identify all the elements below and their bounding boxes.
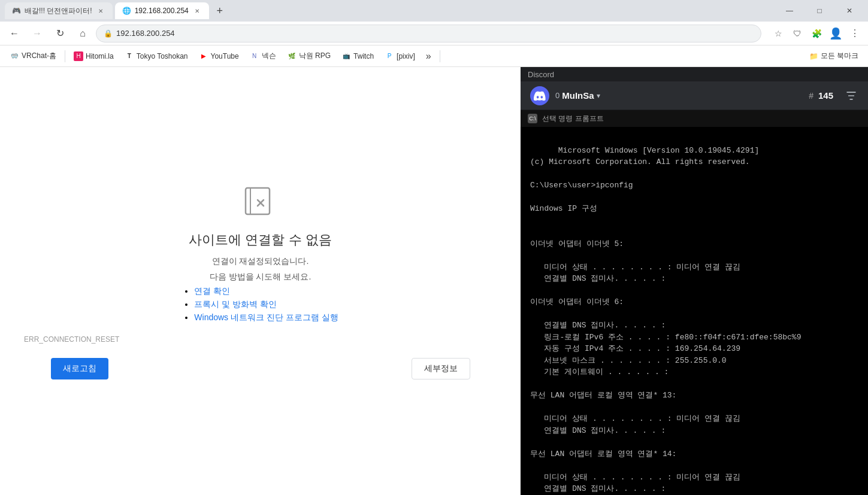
tab-1-close[interactable]: ✕ bbox=[96, 6, 105, 16]
discord-panel: Discord 0 MuInSa ▾ # 145 bbox=[521, 67, 868, 495]
lock-icon: 🔒 bbox=[104, 29, 113, 38]
main-content: 사이트에 연결할 수 없음 연결이 재설정되었습니다. 다음 방법을 시도해 보… bbox=[0, 67, 868, 495]
error-tips-list: 연결 확인 프록시 및 방화벽 확인 Windows 네트워크 진단 프로그램 … bbox=[182, 286, 338, 326]
bookmark-hitomila[interactable]: H Hitomi.la bbox=[69, 49, 119, 63]
profile-icon[interactable]: 👤 bbox=[827, 25, 844, 42]
error-tip-2-link[interactable]: 프록시 및 방화벽 확인 bbox=[194, 299, 277, 309]
bookmark-hitomila-label: Hitomi.la bbox=[86, 52, 114, 60]
discord-prompt-bar: C:\ 선택 명령 프롬프트 bbox=[521, 110, 868, 127]
bookmark-youtube-icon: ▶ bbox=[199, 51, 208, 61]
error-tip-1: 연결 확인 bbox=[194, 286, 338, 297]
bookmark-vrchat[interactable]: 🥽 VRChat-홈 bbox=[5, 48, 61, 63]
bookmark-separator-1 bbox=[65, 50, 65, 62]
error-buttons: 새로고침 세부정보 bbox=[51, 358, 470, 379]
svg-rect-0 bbox=[246, 188, 270, 214]
channel-number: 145 bbox=[818, 90, 833, 101]
discord-channel-header: # 145 bbox=[809, 90, 833, 101]
error-title: 사이트에 연결할 수 없음 bbox=[189, 231, 331, 249]
bookmark-nakwon-icon: 🌿 bbox=[287, 51, 297, 61]
new-tab-button[interactable]: + bbox=[211, 2, 228, 19]
bookmark-pixiv-icon: P bbox=[385, 51, 394, 61]
channel-hash-icon: # bbox=[809, 91, 813, 101]
reload-button[interactable]: ↻ bbox=[50, 24, 69, 43]
bookmarks-more-button[interactable]: » bbox=[421, 48, 436, 64]
tab-1-label: 배갈!!! 던전앤파이터! bbox=[25, 6, 92, 16]
home-button[interactable]: ⌂ bbox=[73, 24, 92, 43]
bookmark-tokyo-label: Tokyo Toshokan bbox=[137, 52, 188, 60]
title-bar: 🎮 배갈!!! 던전앤파이터! ✕ 🌐 192.168.200.254 ✕ + … bbox=[0, 0, 868, 22]
discord-header: 0 MuInSa ▾ # 145 bbox=[521, 81, 868, 110]
address-bar[interactable]: 🔒 192.168.200.254 bbox=[96, 25, 761, 42]
bookmark-pixiv[interactable]: P [pixiv] bbox=[380, 49, 420, 63]
bookmark-neksun-icon: N bbox=[250, 51, 259, 61]
error-tip-2: 프록시 및 방화벽 확인 bbox=[194, 299, 338, 310]
reload-page-button[interactable]: 새로고침 bbox=[51, 358, 108, 379]
close-button[interactable]: ✕ bbox=[836, 0, 863, 22]
bookmark-hitomila-icon: H bbox=[74, 51, 83, 61]
error-tip-3: Windows 네트워크 진단 프로그램 실행 bbox=[194, 312, 338, 323]
bookmark-nakwon[interactable]: 🌿 낙원 RPG bbox=[282, 48, 335, 63]
discord-title-label: Discord bbox=[528, 70, 554, 79]
menu-icon[interactable]: ⋮ bbox=[846, 25, 863, 42]
discord-server-info: 0 MuInSa ▾ bbox=[555, 90, 803, 101]
nav-right-icons: ☆ 🛡 🧩 👤 ⋮ bbox=[770, 25, 863, 42]
discord-menu-icon[interactable] bbox=[844, 89, 858, 103]
discord-title-bar: Discord bbox=[521, 67, 868, 81]
bookmarks-bar: 🥽 VRChat-홈 H Hitomi.la T Tokyo Toshokan … bbox=[0, 45, 868, 67]
nav-bar: ← → ↻ ⌂ 🔒 192.168.200.254 ☆ 🛡 🧩 👤 ⋮ bbox=[0, 22, 868, 45]
terminal-content: Microsoft Windows [Version 10.0.19045.42… bbox=[530, 146, 806, 496]
error-tip-3-link[interactable]: Windows 네트워크 진단 프로그램 실행 bbox=[194, 312, 338, 322]
discord-logo bbox=[530, 86, 549, 105]
bookmark-separator-2 bbox=[440, 50, 440, 62]
bookmark-youtube-label: YouTube bbox=[211, 52, 239, 60]
bookmark-pixiv-label: [pixiv] bbox=[397, 52, 415, 60]
bookmark-vrchat-icon: 🥽 bbox=[10, 51, 19, 61]
bookmark-twitch-icon: 📺 bbox=[341, 51, 351, 61]
bookmark-nakwon-label: 낙원 RPG bbox=[299, 51, 331, 61]
bookmark-tokyo[interactable]: T Tokyo Toshokan bbox=[120, 49, 193, 63]
tab-1-favicon: 🎮 bbox=[12, 7, 21, 15]
forward-button[interactable]: → bbox=[28, 24, 47, 43]
browser-error-page: 사이트에 연결할 수 없음 연결이 재설정되었습니다. 다음 방법을 시도해 보… bbox=[0, 67, 521, 495]
address-text: 192.168.200.254 bbox=[116, 29, 754, 38]
discord-online-count: 0 bbox=[555, 91, 559, 100]
error-tips-label: 다음 방법을 시도해 보세요. bbox=[210, 272, 311, 283]
maximize-button[interactable]: □ bbox=[806, 0, 833, 22]
error-icon bbox=[243, 183, 279, 219]
prompt-icon: C:\ bbox=[528, 114, 537, 123]
prompt-label: 선택 명령 프롬프트 bbox=[542, 114, 604, 124]
bookmarks-all-folder[interactable]: 📁 모든 북마크 bbox=[805, 48, 863, 63]
folder-icon: 📁 bbox=[809, 52, 818, 60]
window-controls: — □ ✕ bbox=[776, 0, 863, 22]
bookmark-neksun[interactable]: N 넥슨 bbox=[245, 48, 281, 63]
discord-server-name: MuInSa bbox=[562, 90, 594, 101]
bookmark-tokyo-icon: T bbox=[125, 51, 134, 61]
extension-icon[interactable]: 🧩 bbox=[808, 25, 825, 42]
bookmark-star-icon[interactable]: ☆ bbox=[770, 25, 787, 42]
minimize-button[interactable]: — bbox=[776, 0, 803, 22]
error-subtitle: 연결이 재설정되었습니다. bbox=[212, 256, 309, 267]
details-button[interactable]: 세부정보 bbox=[412, 358, 470, 379]
bookmark-twitch-label: Twitch bbox=[353, 52, 374, 60]
bookmarks-all-label: 모든 북마크 bbox=[821, 51, 858, 61]
tab-2-favicon: 🌐 bbox=[122, 7, 131, 15]
tab-1[interactable]: 🎮 배갈!!! 던전앤파이터! ✕ bbox=[5, 2, 113, 19]
tab-2-close[interactable]: ✕ bbox=[192, 6, 202, 16]
tab-2[interactable]: 🌐 192.168.200.254 ✕ bbox=[115, 2, 209, 19]
bookmark-neksun-label: 넥슨 bbox=[262, 51, 276, 61]
back-button[interactable]: ← bbox=[5, 24, 24, 43]
error-tip-1-link[interactable]: 연결 확인 bbox=[194, 286, 230, 296]
shield-icon[interactable]: 🛡 bbox=[789, 25, 806, 42]
server-dropdown-icon[interactable]: ▾ bbox=[597, 92, 600, 100]
bookmark-twitch[interactable]: 📺 Twitch bbox=[337, 49, 379, 63]
bookmark-youtube[interactable]: ▶ YouTube bbox=[194, 49, 244, 63]
tab-2-label: 192.168.200.254 bbox=[135, 7, 189, 15]
discord-terminal: Microsoft Windows [Version 10.0.19045.42… bbox=[521, 127, 868, 495]
error-code: ERR_CONNECTION_RESET bbox=[24, 335, 119, 344]
bookmark-vrchat-label: VRChat-홈 bbox=[22, 51, 56, 61]
